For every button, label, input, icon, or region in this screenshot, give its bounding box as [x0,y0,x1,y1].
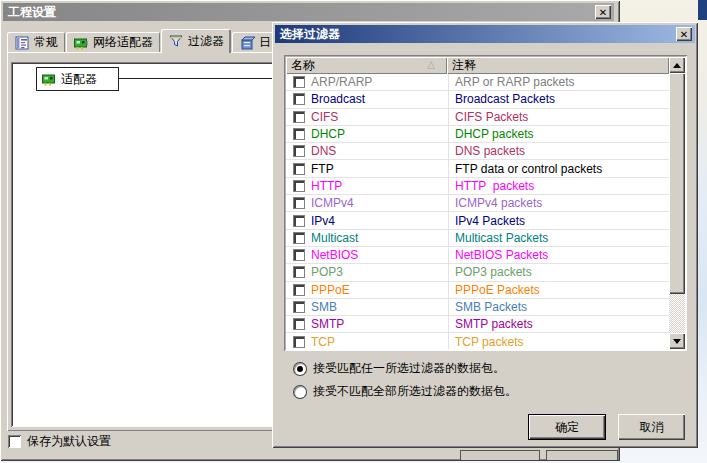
radio-icon[interactable] [294,386,306,398]
filter-comment: ARP or RARP packets [448,74,669,90]
adapter-icon [41,71,57,87]
filter-checkbox[interactable] [293,76,305,88]
filter-comment: DHCP packets [448,126,669,142]
scrollbar-track[interactable] [669,294,685,337]
tab-network-adapter-label: 网络适配器 [93,34,153,51]
tab-log-label: 日 [259,34,271,51]
settings-tab-bar: 常规 网络适配器 过滤器 [7,29,279,53]
filter-name: Multicast [311,231,448,245]
filter-checkbox[interactable] [293,336,305,348]
radio-accept-match-any-label: 接受匹配任一所选过滤器的数据包。 [313,360,505,377]
filter-checkbox[interactable] [293,249,305,261]
filter-comment: NetBIOS Packets [448,247,669,263]
project-settings-title: 工程设置 [8,4,56,21]
filter-name: DHCP [311,127,448,141]
filter-comment: POP3 packets [448,264,669,280]
filter-comment: ICMPv4 packets [448,195,669,211]
general-icon [14,35,30,51]
filter-checkbox[interactable] [293,301,305,313]
network-adapter-icon [73,35,89,51]
scroll-down-icon[interactable] [669,333,685,349]
filter-checkbox[interactable] [293,215,305,227]
filter-row[interactable]: SMTPSMTP packets [286,316,669,333]
filter-name: FTP [311,162,448,176]
ok-button[interactable]: 确定 [528,414,606,440]
adapter-node-label: 适配器 [61,71,97,88]
filter-checkbox[interactable] [293,232,305,244]
filter-funnel-icon [168,33,184,49]
radio-icon[interactable] [294,363,306,375]
filter-comment: SMB Packets [448,299,669,315]
filter-name: IPv4 [311,214,448,228]
filter-checkbox[interactable] [293,145,305,157]
filter-name: DNS [311,144,448,158]
radio-accept-match-any[interactable]: 接受匹配任一所选过滤器的数据包。 [294,360,505,377]
adapter-node[interactable]: 适配器 [36,67,119,91]
filter-name: TCP [311,335,448,349]
filter-rows: ARP/RARPARP or RARP packetsBroadcastBroa… [286,74,669,349]
filter-row[interactable]: POP3POP3 packets [286,264,669,281]
filter-row[interactable]: ICMPv4ICMPv4 packets [286,195,669,212]
filter-comment: FTP data or control packets [448,160,669,176]
filter-name: ICMPv4 [311,196,448,210]
filter-row[interactable]: SMBSMB Packets [286,299,669,316]
filter-checkbox[interactable] [293,93,305,105]
radio-accept-not-match-all-label: 接受不匹配全部所选过滤器的数据包。 [313,383,517,400]
filter-checkbox[interactable] [293,180,305,192]
filter-row[interactable]: ARP/RARPARP or RARP packets [286,74,669,91]
filter-row[interactable]: HTTPHTTP packets [286,178,669,195]
tab-general[interactable]: 常规 [7,32,65,53]
filter-name: POP3 [311,265,448,279]
filter-comment: SMTP packets [448,316,669,332]
tab-filter[interactable]: 过滤器 [161,29,231,53]
filter-row[interactable]: TCPTCP packets [286,333,669,349]
select-filter-title: 选择过滤器 [280,26,340,43]
filter-checkbox[interactable] [293,197,305,209]
scroll-up-icon[interactable] [669,57,685,73]
select-filter-titlebar[interactable]: 选择过滤器 ✕ [275,25,695,43]
log-icon [239,35,255,51]
filter-checkbox[interactable] [293,111,305,123]
hidden-cancel-button-sliver[interactable] [546,450,618,460]
filter-checkbox[interactable] [293,128,305,140]
cancel-button[interactable]: 取消 [618,414,685,440]
column-header-comment-label: 注释 [452,57,476,74]
project-settings-titlebar[interactable]: 工程设置 ✕ [3,3,614,21]
select-filter-dialog: 选择过滤器 ✕ 名称 △ 注释 ARP/RARPARP or RARP pack… [272,22,698,448]
filter-row[interactable]: BroadcastBroadcast Packets [286,91,669,108]
filter-comment: Broadcast Packets [448,91,669,107]
filter-row[interactable]: DNSDNS packets [286,143,669,160]
filter-checkbox[interactable] [293,163,305,175]
filter-row[interactable]: CIFSCIFS Packets [286,109,669,126]
filter-row[interactable]: IPv4IPv4 Packets [286,212,669,229]
background-window-titlebar [698,0,707,20]
scrollbar-thumb[interactable] [669,73,685,294]
filter-row[interactable]: NetBIOSNetBIOS Packets [286,247,669,264]
vertical-scrollbar[interactable] [669,57,685,349]
filter-row[interactable]: DHCPDHCP packets [286,126,669,143]
filter-comment: Multicast Packets [448,230,669,246]
filter-comment: DNS packets [448,143,669,159]
filter-name: SMB [311,300,448,314]
tab-filter-label: 过滤器 [188,33,224,50]
radio-accept-not-match-all[interactable]: 接受不匹配全部所选过滤器的数据包。 [294,383,517,400]
column-header-name-label: 名称 [291,57,315,74]
filter-comment: IPv4 Packets [448,212,669,228]
filter-row[interactable]: MulticastMulticast Packets [286,230,669,247]
filter-name: PPPoE [311,283,448,297]
filter-checkbox[interactable] [293,318,305,330]
filter-list-header: 名称 △ 注释 [286,57,669,74]
filter-checkbox[interactable] [293,284,305,296]
save-default-label: 保存为默认设置 [27,433,111,450]
sort-ascending-icon: △ [427,59,435,70]
filter-row[interactable]: FTPFTP data or control packets [286,160,669,177]
column-header-comment[interactable]: 注释 [447,57,669,74]
filter-row[interactable]: PPPoEPPPoE Packets [286,282,669,299]
close-icon[interactable]: ✕ [595,5,611,19]
column-header-name[interactable]: 名称 △ [286,57,447,74]
tab-network-adapter[interactable]: 网络适配器 [66,32,160,53]
close-icon[interactable]: ✕ [676,27,692,41]
filter-checkbox[interactable] [293,266,305,278]
save-default-checkbox[interactable] [8,435,21,448]
hidden-ok-button-sliver[interactable] [460,450,540,460]
